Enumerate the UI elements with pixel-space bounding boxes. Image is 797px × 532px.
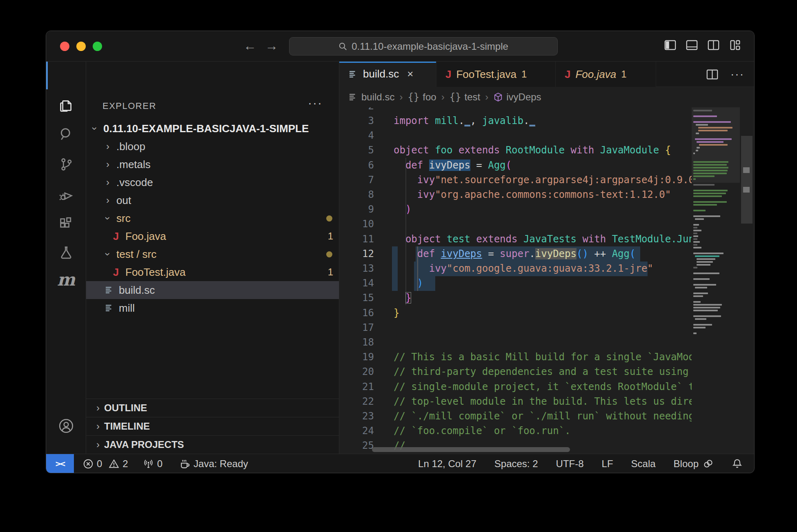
extensions-icon[interactable] bbox=[46, 211, 86, 237]
toggle-panel-icon[interactable] bbox=[686, 39, 698, 51]
line-number: 19 bbox=[339, 350, 374, 364]
minimap-line bbox=[693, 278, 710, 280]
tree-item-src[interactable]: ›src bbox=[86, 209, 339, 227]
code-line-5: object foo extends RootModule with JavaM… bbox=[394, 143, 671, 157]
chevron-icon: › bbox=[102, 195, 113, 206]
source-control-icon[interactable] bbox=[46, 151, 86, 177]
cursor-position[interactable]: Ln 12, Col 27 bbox=[418, 458, 476, 470]
tree-item--metals[interactable]: ›.metals bbox=[86, 155, 339, 173]
indentation-setting[interactable]: Spaces: 2 bbox=[494, 458, 538, 470]
line-number: 9 bbox=[339, 202, 374, 217]
code-line-12: def ivyDeps = super.ivyDeps() ++ Agg( bbox=[394, 246, 635, 261]
search-view-icon[interactable] bbox=[46, 121, 86, 147]
split-editor-icon[interactable] bbox=[708, 39, 719, 51]
error-icon bbox=[83, 459, 94, 469]
accounts-icon[interactable] bbox=[46, 413, 86, 439]
minimap-line bbox=[693, 295, 703, 297]
tab-build-sc[interactable]: build.sc× bbox=[339, 62, 436, 87]
tree-item-footest-java[interactable]: JFooTest.java1 bbox=[86, 263, 339, 281]
minimap-line bbox=[693, 227, 697, 228]
status-bar: >< 0 2 0 Java: Ready Ln 12, Col 27 Space… bbox=[46, 454, 754, 473]
modified-dot-badge bbox=[326, 251, 332, 257]
tree-item--vscode[interactable]: ›.vscode bbox=[86, 173, 339, 191]
history-forward-button[interactable]: → bbox=[263, 38, 280, 53]
tree-item-0-11-10-example-basicjava-1-simple[interactable]: ›0.11.10-EXAMPLE-BASICJAVA-1-SIMPLE bbox=[86, 120, 339, 137]
close-window-button[interactable] bbox=[60, 42, 69, 51]
minimap-line bbox=[697, 147, 700, 149]
minimap-line bbox=[696, 150, 698, 151]
explorer-more-actions[interactable]: ··· bbox=[308, 96, 323, 110]
command-center-search[interactable]: 0.11.10-example-basicjava-1-simple bbox=[289, 37, 558, 55]
section-java-projects[interactable]: ›JAVA PROJECTS bbox=[86, 435, 339, 454]
line-number: 10 bbox=[339, 217, 374, 231]
language-mode[interactable]: Scala bbox=[631, 458, 656, 470]
sidebar-sections: ›OUTLINE›TIMELINE›JAVA PROJECTS bbox=[86, 399, 339, 454]
code-line-13: ivy"com.google.guava:guava:33.2.1-jre" bbox=[394, 261, 653, 276]
customize-layout-icon[interactable] bbox=[729, 39, 741, 51]
code-editor[interactable]: 23import mill._, javalib._45object foo e… bbox=[339, 107, 692, 454]
minimap[interactable] bbox=[692, 107, 740, 454]
notifications-bell-icon[interactable] bbox=[732, 458, 743, 469]
breadcrumb-foo[interactable]: {}foo bbox=[407, 91, 436, 103]
close-tab-icon[interactable]: × bbox=[407, 68, 413, 80]
tab-footest-java[interactable]: JFooTest.java1 bbox=[436, 62, 556, 87]
tree-item-build-sc[interactable]: build.sc bbox=[86, 281, 339, 299]
tree-item-foo-java[interactable]: JFoo.java1 bbox=[86, 227, 339, 245]
tree-item-test-src[interactable]: ›test / src bbox=[86, 245, 339, 263]
minimap-line bbox=[693, 304, 722, 306]
eol-setting[interactable]: LF bbox=[602, 458, 613, 470]
line-number: 25 bbox=[339, 438, 374, 453]
minimap-line bbox=[696, 124, 708, 126]
minimap-line bbox=[693, 121, 731, 123]
ports-count: 0 bbox=[157, 458, 163, 470]
breadcrumb-test[interactable]: {}test bbox=[450, 91, 481, 103]
problems-status[interactable]: 0 2 bbox=[83, 458, 128, 470]
tree-item-out[interactable]: ›out bbox=[86, 191, 339, 209]
toggle-sidebar-icon[interactable] bbox=[664, 39, 676, 51]
breadcrumb-ivydeps[interactable]: ivyDeps bbox=[493, 91, 541, 103]
tab-foo-java[interactable]: JFoo.java1 bbox=[556, 62, 656, 87]
bloop-server-status[interactable]: Bloop bbox=[674, 458, 714, 470]
minimap-line bbox=[695, 318, 706, 320]
vertical-scrollbar[interactable] bbox=[740, 107, 754, 454]
encoding-setting[interactable]: UTF-8 bbox=[556, 458, 584, 470]
file-icon bbox=[348, 92, 358, 102]
minimap-line bbox=[693, 195, 722, 197]
breadcrumb-build.sc[interactable]: build.sc bbox=[348, 91, 394, 103]
remote-indicator[interactable]: >< bbox=[46, 454, 74, 473]
title-bar: ← → 0.11.10-example-basicjava-1-simple bbox=[46, 31, 754, 62]
run-debug-icon[interactable] bbox=[46, 182, 86, 208]
tree-item--bloop[interactable]: ›.bloop bbox=[86, 137, 339, 155]
history-back-button[interactable]: ← bbox=[242, 38, 258, 53]
explorer-icon[interactable] bbox=[46, 93, 86, 119]
file-icon bbox=[103, 303, 116, 313]
vertical-scrollbar-slider[interactable] bbox=[741, 136, 752, 224]
java-file-icon: J bbox=[110, 266, 122, 279]
minimap-line bbox=[693, 247, 701, 248]
error-count: 0 bbox=[97, 458, 102, 470]
line-number: 23 bbox=[339, 409, 374, 423]
minimap-line bbox=[693, 284, 716, 286]
tree-item-mill[interactable]: mill bbox=[86, 299, 339, 317]
zoom-window-button[interactable] bbox=[93, 42, 102, 51]
section-outline[interactable]: ›OUTLINE bbox=[86, 399, 339, 417]
scrollbar-decoration bbox=[743, 187, 750, 193]
line-number: 3 bbox=[339, 113, 374, 128]
section-timeline[interactable]: ›TIMELINE bbox=[86, 417, 339, 435]
modified-count-badge: 1 bbox=[328, 231, 333, 242]
line-number: 21 bbox=[339, 379, 374, 394]
java-status[interactable]: Java: Ready bbox=[179, 458, 248, 470]
chevron-icon: › bbox=[102, 141, 113, 152]
line-number: 24 bbox=[339, 423, 374, 438]
minimap-line bbox=[693, 267, 697, 268]
mill-extension-icon[interactable]: m bbox=[46, 267, 86, 293]
minimap-line bbox=[697, 264, 710, 266]
code-line-6: def ivyDeps = Agg( bbox=[394, 158, 512, 173]
split-editor-right-icon[interactable] bbox=[706, 69, 718, 80]
line-number: 17 bbox=[339, 320, 374, 335]
horizontal-scrollbar[interactable] bbox=[372, 447, 570, 452]
minimize-window-button[interactable] bbox=[76, 42, 86, 51]
testing-icon[interactable] bbox=[46, 239, 86, 266]
editor-more-actions-icon[interactable]: ··· bbox=[730, 68, 744, 81]
ports-status[interactable]: 0 bbox=[143, 458, 163, 470]
